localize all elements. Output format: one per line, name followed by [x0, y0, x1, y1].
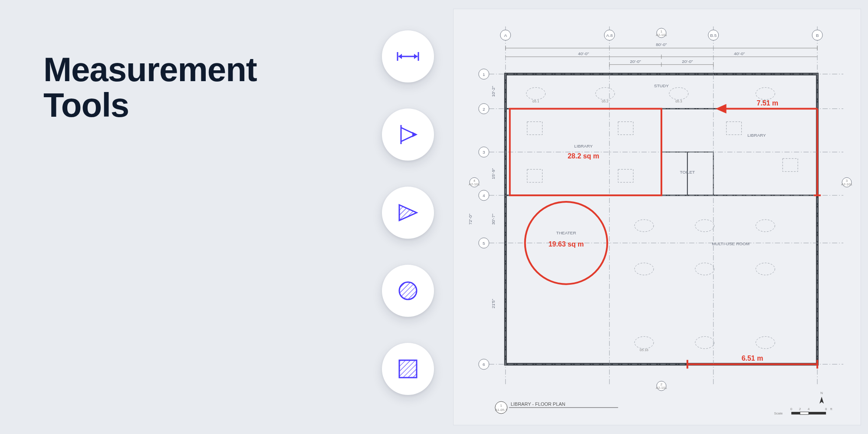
room-library2: LIBRARY [747, 133, 766, 138]
linear-measure-button[interactable] [382, 30, 434, 82]
room-study: STUDY [654, 83, 669, 88]
measure-circle-label: 19.63 sq m [549, 240, 584, 248]
svg-point-50 [595, 88, 615, 100]
drawing-title: LIBRARY - FLOOR PLAN [511, 401, 566, 407]
angle-measure-icon [395, 122, 421, 148]
north-label: N [820, 391, 823, 395]
measure-rectangle-label: 28.2 sq m [568, 152, 599, 160]
section-bottom: A2-101 [656, 386, 667, 390]
svg-rect-54 [618, 122, 633, 135]
svg-point-65 [635, 336, 654, 349]
svg-rect-86 [791, 412, 800, 414]
grid-col-a: A [504, 33, 507, 38]
tag-05-1: 05.1 [533, 99, 539, 103]
scale-unit: ft [830, 407, 832, 411]
grid-row-5: 5 [483, 241, 485, 246]
grid-row-1: 1 [483, 72, 485, 77]
svg-point-52 [756, 88, 775, 100]
floorplan-canvas[interactable]: A A.8 B.5 B 1 2 3 4 5 6 [453, 9, 861, 425]
title-sheet: A1-05.1 [495, 408, 507, 412]
svg-rect-87 [800, 412, 809, 414]
title-ref-num: 1 [500, 404, 503, 408]
svg-point-59 [635, 220, 654, 232]
svg-marker-69 [718, 105, 726, 112]
scale-8: 8 [825, 407, 827, 411]
grid-col-b: B [816, 33, 819, 38]
dim-col-right: 40'-0" [734, 51, 745, 56]
svg-marker-8 [399, 205, 417, 220]
svg-point-61 [756, 220, 775, 232]
svg-rect-12 [399, 360, 417, 378]
rectangle-area-button[interactable] [382, 343, 434, 395]
grid-row-3: 3 [483, 150, 485, 155]
tag-05-3: 05.3 [675, 99, 682, 103]
dim-q1: 20'-0" [630, 59, 641, 64]
svg-point-67 [756, 336, 775, 349]
floorplan-svg: A A.8 B.5 B 1 2 3 4 5 6 [454, 9, 861, 425]
svg-marker-2 [414, 54, 418, 59]
svg-rect-88 [809, 412, 826, 414]
heading-line2: Tools [43, 88, 257, 123]
svg-marker-85 [819, 397, 824, 404]
scale-2: 2 [799, 407, 801, 411]
dim-overall: 80'-0" [656, 42, 667, 47]
svg-marker-6 [412, 132, 418, 137]
svg-rect-58 [783, 158, 798, 171]
svg-rect-57 [727, 122, 742, 135]
svg-rect-53 [527, 122, 542, 135]
grid-col-b5: B.5 [710, 33, 717, 38]
grid-row-6: 6 [483, 362, 485, 367]
measure-line-top-label: 7.51 m [757, 99, 779, 107]
dim-row-3: 30'-7" [491, 214, 496, 225]
tag-05-2: 05.2 [602, 99, 608, 103]
dim-row-4: 21'5" [491, 299, 496, 309]
measure-line-bottom-label: 6.51 m [742, 355, 763, 362]
svg-point-64 [756, 263, 775, 275]
tag-05-16: 05.16 [640, 348, 649, 352]
dim-col-left: 40'-0" [578, 51, 589, 56]
circle-area-icon [395, 278, 421, 304]
dim-row-2: 15'-9" [491, 168, 496, 179]
svg-point-66 [695, 336, 714, 349]
rectangle-area-icon [395, 356, 421, 382]
scale-label: Scale [774, 411, 783, 415]
grid-col-a8: A.8 [606, 33, 613, 38]
grid-row-2: 2 [483, 107, 485, 112]
svg-point-63 [695, 263, 714, 275]
grid-row-4: 4 [483, 193, 485, 198]
scale-0: 0 [790, 407, 792, 411]
angle-measure-button[interactable] [382, 108, 434, 161]
circle-area-button[interactable] [382, 265, 434, 317]
linear-measure-icon [395, 43, 421, 69]
room-toilet: TOILET [680, 170, 695, 174]
triangle-area-icon [395, 200, 421, 226]
dim-row-1: 10'-2" [491, 85, 496, 97]
dim-q2: 20'-0" [682, 59, 693, 64]
page-title: Measurement Tools [43, 52, 257, 123]
svg-point-49 [526, 88, 546, 100]
svg-marker-1 [398, 54, 402, 59]
scale-4: 4 [808, 407, 810, 411]
svg-rect-55 [527, 169, 542, 182]
triangle-area-button[interactable] [382, 187, 434, 239]
svg-point-60 [695, 220, 714, 232]
svg-point-51 [669, 88, 688, 100]
section-left: A2-101 [469, 182, 480, 186]
room-library: LIBRARY [574, 144, 593, 148]
svg-point-10 [399, 282, 417, 299]
room-theater: THEATER [556, 230, 576, 235]
section-right: A2-101 [841, 182, 852, 186]
dim-row-overall: 72'-0" [468, 214, 473, 225]
room-multi: MULTI-USE ROOM [712, 241, 750, 246]
svg-rect-56 [618, 169, 633, 182]
measurement-toolbar [382, 30, 434, 395]
svg-point-62 [635, 263, 654, 275]
section-top: A2-101 [656, 33, 667, 37]
heading-line1: Measurement [43, 52, 257, 88]
